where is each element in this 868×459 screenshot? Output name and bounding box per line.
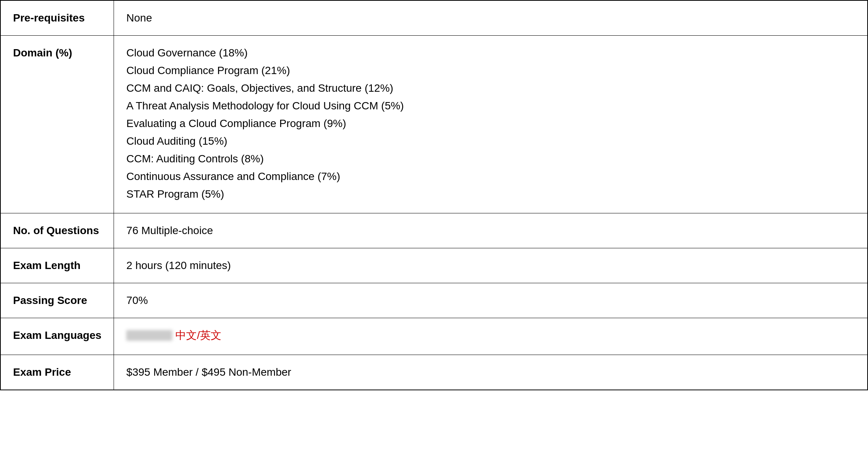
row-label: Pre-requisites bbox=[0, 0, 114, 36]
list-item: CCM and CAIQ: Goals, Objectives, and Str… bbox=[126, 80, 855, 96]
table-row: Pre-requisitesNone bbox=[0, 0, 868, 36]
list-item: Continuous Assurance and Compliance (7%) bbox=[126, 168, 855, 185]
row-label: Passing Score bbox=[0, 283, 114, 318]
redacted-block bbox=[126, 330, 172, 341]
row-label: Domain (%) bbox=[0, 36, 114, 213]
language-text: 中文/英文 bbox=[175, 327, 221, 343]
row-label: Exam Price bbox=[0, 355, 114, 390]
row-value: 76 Multiple-choice bbox=[114, 213, 868, 248]
table-row: Exam Languages中文/英文 bbox=[0, 318, 868, 355]
table-row: No. of Questions76 Multiple-choice bbox=[0, 213, 868, 248]
table-row: Domain (%)Cloud Governance (18%)Cloud Co… bbox=[0, 36, 868, 213]
table-row: Passing Score70% bbox=[0, 283, 868, 318]
exam-info-table: Pre-requisitesNoneDomain (%)Cloud Govern… bbox=[0, 0, 868, 390]
row-value: 70% bbox=[114, 283, 868, 318]
list-item: Cloud Compliance Program (21%) bbox=[126, 63, 855, 79]
list-item: Evaluating a Cloud Compliance Program (9… bbox=[126, 116, 855, 132]
table-row: Exam Length2 hours (120 minutes) bbox=[0, 248, 868, 283]
list-item: STAR Program (5%) bbox=[126, 186, 855, 202]
row-label: No. of Questions bbox=[0, 213, 114, 248]
list-item: CCM: Auditing Controls (8%) bbox=[126, 151, 855, 167]
table-row: Exam Price$395 Member / $495 Non-Member bbox=[0, 355, 868, 390]
row-value: 2 hours (120 minutes) bbox=[114, 248, 868, 283]
row-label: Exam Languages bbox=[0, 318, 114, 355]
row-value: Cloud Governance (18%)Cloud Compliance P… bbox=[114, 36, 868, 213]
row-value: 中文/英文 bbox=[114, 318, 868, 355]
list-item: Cloud Auditing (15%) bbox=[126, 133, 855, 149]
list-item: A Threat Analysis Methodology for Cloud … bbox=[126, 98, 855, 114]
row-value: $395 Member / $495 Non-Member bbox=[114, 355, 868, 390]
languages-content: 中文/英文 bbox=[126, 327, 221, 343]
domain-list: Cloud Governance (18%)Cloud Compliance P… bbox=[126, 45, 855, 202]
row-label: Exam Length bbox=[0, 248, 114, 283]
list-item: Cloud Governance (18%) bbox=[126, 45, 855, 61]
row-value: None bbox=[114, 0, 868, 36]
